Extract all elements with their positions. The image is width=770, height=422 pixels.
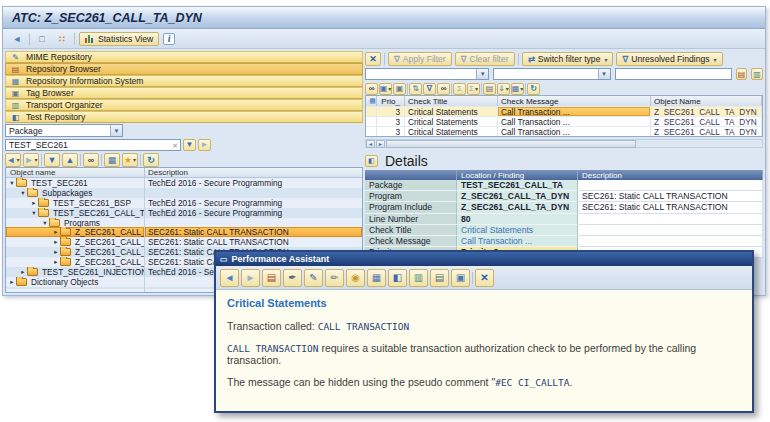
browser-item-mime-repository[interactable]: MIME Repository <box>5 51 363 63</box>
chevron-down-icon[interactable]: ▼ <box>476 69 488 79</box>
finding-row[interactable]: 3 Critical Statements Call Transaction .… <box>366 106 762 116</box>
finding-check-message[interactable]: Call Transaction ... <box>498 127 651 136</box>
find-in-list-icon[interactable] <box>437 83 450 95</box>
back-icon[interactable] <box>220 269 239 287</box>
package-input[interactable]: TEST_SEC261 <box>5 139 181 151</box>
details-icon[interactable] <box>365 83 378 95</box>
close-icon[interactable] <box>475 269 494 287</box>
column-object-name[interactable]: Object Name <box>651 96 762 106</box>
forward-icon[interactable] <box>241 269 260 287</box>
tree-row[interactable]: TEST_SEC261 TechEd 2016 - Secure Program… <box>6 178 362 188</box>
print-icon[interactable] <box>483 83 496 95</box>
horizontal-scrollbar[interactable]: ◄ ► <box>365 139 763 148</box>
browse-package-button[interactable] <box>198 139 211 151</box>
browser-item-transport-organizer[interactable]: Transport Organizer <box>5 99 363 111</box>
column-prio[interactable]: Prio_ <box>377 96 405 106</box>
scroll-right-icon[interactable]: ► <box>376 140 385 148</box>
details-check-message-link[interactable]: Call Transaction ... <box>457 236 578 247</box>
expand-icon[interactable] <box>30 209 38 217</box>
chevron-down-icon[interactable]: ▼ <box>110 125 122 136</box>
print-preview-icon[interactable] <box>409 269 428 287</box>
clear-filter-button[interactable]: Clear filter <box>455 52 515 66</box>
glossary-icon[interactable] <box>262 269 281 287</box>
print-icon[interactable] <box>430 269 449 287</box>
filter-combo-2[interactable]: ▼ <box>493 68 610 80</box>
save-layout-icon[interactable] <box>751 68 763 80</box>
find-icon[interactable] <box>83 153 99 167</box>
table-view-icon[interactable] <box>367 269 386 287</box>
browser-item-tag-browser[interactable]: Tag Browser <box>5 87 363 99</box>
expand-icon[interactable] <box>52 248 60 256</box>
expand-icon[interactable] <box>8 179 16 187</box>
history-back-icon[interactable]: ▾ <box>5 153 21 167</box>
hierarchy-icon[interactable] <box>54 32 70 46</box>
popup-title-bar[interactable]: Performance Assistant <box>216 252 752 266</box>
scroll-left-icon[interactable]: ◄ <box>366 140 375 148</box>
column-check-title[interactable]: Check Title <box>405 96 498 106</box>
select-all-icon[interactable] <box>369 97 376 105</box>
tree-row[interactable]: Z_SEC261_CALL_TA_DYN SEC261: Static CALL… <box>6 237 362 247</box>
close-result-icon[interactable] <box>365 52 381 66</box>
tree-row-selected[interactable]: Z_SEC261_CALL_TA_DYN SEC261: Static CALL… <box>6 227 362 237</box>
extended-help-icon[interactable] <box>325 269 344 287</box>
refresh-list-icon[interactable] <box>527 83 540 95</box>
expand-icon[interactable] <box>19 189 27 197</box>
expand-icon[interactable] <box>52 238 60 246</box>
select-all-icon[interactable] <box>393 83 406 95</box>
copy-icon[interactable] <box>451 269 470 287</box>
browser-item-test-repository[interactable]: Test Repository <box>5 111 363 123</box>
expand-icon[interactable] <box>52 228 60 236</box>
expand-icon[interactable] <box>41 219 49 227</box>
history-forward-icon[interactable]: ▾ <box>23 153 39 167</box>
select-layout-icon[interactable] <box>736 68 748 80</box>
copy-icon[interactable]: ▾ <box>379 83 392 95</box>
expand-icon[interactable] <box>19 268 27 276</box>
export-icon[interactable]: ▾ <box>497 83 510 95</box>
filter-text-input[interactable] <box>615 68 732 80</box>
details-check-title-link[interactable]: Critical Statements <box>457 225 578 236</box>
package-dropdown-button[interactable] <box>183 139 196 151</box>
clear-input-icon[interactable] <box>172 140 178 150</box>
technical-info-icon[interactable] <box>283 269 302 287</box>
expand-icon[interactable] <box>30 199 38 207</box>
collapse-all-icon[interactable] <box>62 153 78 167</box>
expand-all-icon[interactable] <box>44 153 60 167</box>
tree-row[interactable]: Programs <box>6 218 362 228</box>
finding-row[interactable]: 3 Critical Statements Call Transaction .… <box>366 116 762 126</box>
tree-row[interactable]: Subpackages <box>6 188 362 198</box>
switch-filter-type-button[interactable]: Switch filter type ▾ <box>522 52 614 66</box>
favorites-icon[interactable]: ▾ <box>122 153 138 167</box>
change-display-icon[interactable] <box>304 269 323 287</box>
finding-check-message[interactable]: Call Transaction ... <box>498 107 651 116</box>
info-icon[interactable] <box>163 33 175 45</box>
statistics-view-button[interactable]: Statistics View <box>79 32 159 46</box>
collapse-details-button[interactable] <box>365 155 378 167</box>
browser-item-repository-information-system[interactable]: Repository Information System <box>5 75 363 87</box>
apply-filter-button[interactable]: Apply Filter <box>388 52 452 66</box>
total-icon[interactable] <box>453 83 466 95</box>
new-session-icon[interactable] <box>34 32 50 46</box>
finding-check-message[interactable]: Call Transaction ... <box>498 117 651 126</box>
tools-icon[interactable] <box>346 269 365 287</box>
add-to-favorites-icon[interactable] <box>104 153 120 167</box>
package-select[interactable]: Package ▼ <box>5 124 123 137</box>
subtotal-icon[interactable]: ▾ <box>467 83 480 95</box>
tree-row[interactable]: TEST_SEC261_CALL_TA TechEd 2016 - Secure… <box>6 208 362 218</box>
filter-combo-1[interactable]: ▼ <box>365 68 489 80</box>
finding-row[interactable]: 3 Critical Statements Call Transaction .… <box>366 126 762 136</box>
choose-layout-icon[interactable]: ▾ <box>511 83 524 95</box>
finding-object-link[interactable]: Z_SEC261_CALL_TA_DYN <box>654 107 757 116</box>
finding-object-link[interactable]: Z_SEC261_CALL_TA_DYN <box>654 127 757 136</box>
set-filter-icon[interactable] <box>423 83 436 95</box>
scrollbar-thumb[interactable] <box>386 140 636 148</box>
graphic-icon[interactable] <box>388 269 407 287</box>
unresolved-findings-button[interactable]: Unresolved Findings ▾ <box>616 52 722 66</box>
tree-row[interactable]: TEST_SEC261_BSP TechEd 2016 - Secure Pro… <box>6 198 362 208</box>
browser-item-repository-browser[interactable]: Repository Browser <box>5 63 363 75</box>
sort-icon[interactable] <box>409 83 422 95</box>
chevron-down-icon[interactable]: ▼ <box>598 69 610 79</box>
refresh-icon[interactable] <box>143 153 159 167</box>
expand-icon[interactable] <box>52 258 60 266</box>
back-icon[interactable] <box>9 32 25 46</box>
expand-icon[interactable] <box>8 278 16 286</box>
